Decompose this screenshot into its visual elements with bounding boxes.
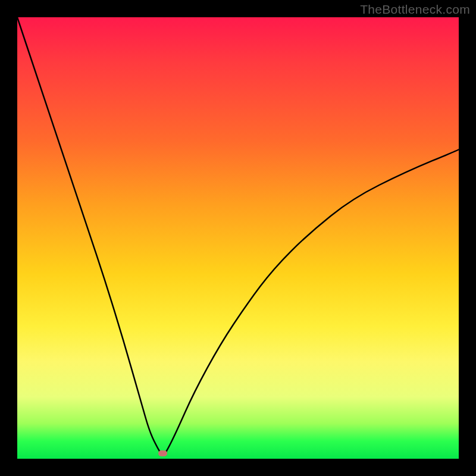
- bottleneck-curve: [17, 17, 459, 455]
- plot-area: [17, 17, 459, 459]
- watermark-text: TheBottleneck.com: [360, 2, 470, 17]
- optimal-marker: [158, 450, 167, 456]
- curve-svg: [17, 17, 459, 459]
- chart-container: TheBottleneck.com: [0, 0, 476, 476]
